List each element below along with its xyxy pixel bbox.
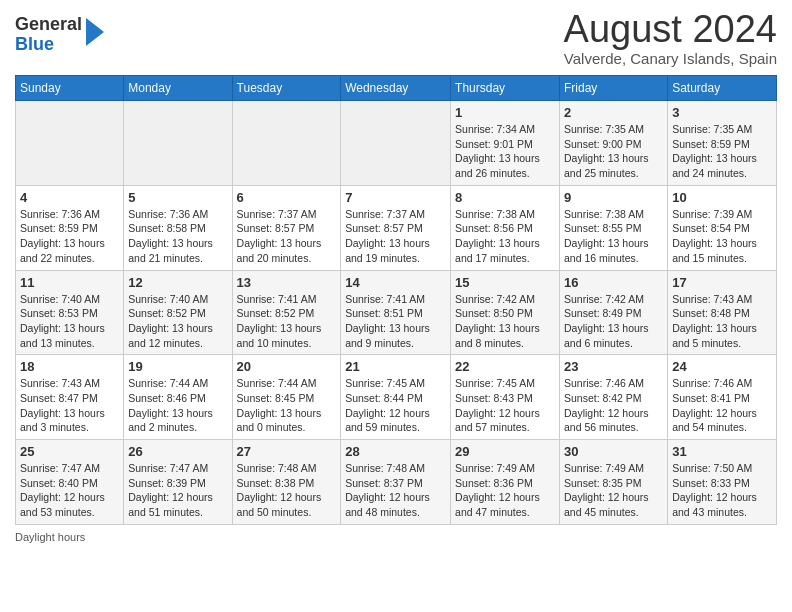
calendar-cell: 8Sunrise: 7:38 AMSunset: 8:56 PMDaylight… — [451, 185, 560, 270]
logo: General Blue — [15, 15, 104, 55]
day-info: Sunrise: 7:38 AMSunset: 8:56 PMDaylight:… — [455, 207, 555, 266]
day-info: Sunrise: 7:40 AMSunset: 8:52 PMDaylight:… — [128, 292, 227, 351]
calendar-week-row: 11Sunrise: 7:40 AMSunset: 8:53 PMDayligh… — [16, 270, 777, 355]
month-title: August 2024 — [564, 10, 777, 48]
day-number: 24 — [672, 359, 772, 374]
svg-marker-0 — [86, 18, 104, 46]
day-number: 3 — [672, 105, 772, 120]
day-number: 27 — [237, 444, 337, 459]
day-number: 22 — [455, 359, 555, 374]
calendar-cell: 27Sunrise: 7:48 AMSunset: 8:38 PMDayligh… — [232, 440, 341, 525]
day-info: Sunrise: 7:46 AMSunset: 8:42 PMDaylight:… — [564, 376, 663, 435]
day-number: 14 — [345, 275, 446, 290]
calendar-week-row: 4Sunrise: 7:36 AMSunset: 8:59 PMDaylight… — [16, 185, 777, 270]
location: Valverde, Canary Islands, Spain — [564, 50, 777, 67]
daylight-hours-label: Daylight hours — [15, 531, 85, 543]
calendar-cell: 18Sunrise: 7:43 AMSunset: 8:47 PMDayligh… — [16, 355, 124, 440]
calendar-cell: 26Sunrise: 7:47 AMSunset: 8:39 PMDayligh… — [124, 440, 232, 525]
calendar-cell: 15Sunrise: 7:42 AMSunset: 8:50 PMDayligh… — [451, 270, 560, 355]
day-info: Sunrise: 7:49 AMSunset: 8:36 PMDaylight:… — [455, 461, 555, 520]
day-number: 30 — [564, 444, 663, 459]
calendar-cell: 13Sunrise: 7:41 AMSunset: 8:52 PMDayligh… — [232, 270, 341, 355]
calendar-cell: 7Sunrise: 7:37 AMSunset: 8:57 PMDaylight… — [341, 185, 451, 270]
day-number: 7 — [345, 190, 446, 205]
calendar-day-header: Wednesday — [341, 76, 451, 101]
day-info: Sunrise: 7:39 AMSunset: 8:54 PMDaylight:… — [672, 207, 772, 266]
day-info: Sunrise: 7:36 AMSunset: 8:59 PMDaylight:… — [20, 207, 119, 266]
day-number: 5 — [128, 190, 227, 205]
day-info: Sunrise: 7:44 AMSunset: 8:45 PMDaylight:… — [237, 376, 337, 435]
calendar-cell: 9Sunrise: 7:38 AMSunset: 8:55 PMDaylight… — [559, 185, 667, 270]
logo-blue: Blue — [15, 34, 54, 54]
calendar-week-row: 18Sunrise: 7:43 AMSunset: 8:47 PMDayligh… — [16, 355, 777, 440]
day-number: 13 — [237, 275, 337, 290]
calendar-cell: 1Sunrise: 7:34 AMSunset: 9:01 PMDaylight… — [451, 101, 560, 186]
day-number: 19 — [128, 359, 227, 374]
day-info: Sunrise: 7:47 AMSunset: 8:40 PMDaylight:… — [20, 461, 119, 520]
calendar-cell: 19Sunrise: 7:44 AMSunset: 8:46 PMDayligh… — [124, 355, 232, 440]
calendar-cell: 5Sunrise: 7:36 AMSunset: 8:58 PMDaylight… — [124, 185, 232, 270]
day-info: Sunrise: 7:43 AMSunset: 8:47 PMDaylight:… — [20, 376, 119, 435]
day-info: Sunrise: 7:48 AMSunset: 8:38 PMDaylight:… — [237, 461, 337, 520]
day-number: 18 — [20, 359, 119, 374]
day-number: 12 — [128, 275, 227, 290]
day-number: 16 — [564, 275, 663, 290]
calendar-cell: 16Sunrise: 7:42 AMSunset: 8:49 PMDayligh… — [559, 270, 667, 355]
calendar-cell: 4Sunrise: 7:36 AMSunset: 8:59 PMDaylight… — [16, 185, 124, 270]
day-number: 29 — [455, 444, 555, 459]
calendar-day-header: Thursday — [451, 76, 560, 101]
calendar-cell: 6Sunrise: 7:37 AMSunset: 8:57 PMDaylight… — [232, 185, 341, 270]
calendar-cell: 3Sunrise: 7:35 AMSunset: 8:59 PMDaylight… — [668, 101, 777, 186]
day-number: 8 — [455, 190, 555, 205]
footer-note: Daylight hours — [15, 531, 777, 543]
day-info: Sunrise: 7:35 AMSunset: 9:00 PMDaylight:… — [564, 122, 663, 181]
calendar-cell: 21Sunrise: 7:45 AMSunset: 8:44 PMDayligh… — [341, 355, 451, 440]
day-info: Sunrise: 7:45 AMSunset: 8:43 PMDaylight:… — [455, 376, 555, 435]
day-number: 23 — [564, 359, 663, 374]
day-number: 2 — [564, 105, 663, 120]
day-info: Sunrise: 7:41 AMSunset: 8:51 PMDaylight:… — [345, 292, 446, 351]
day-info: Sunrise: 7:37 AMSunset: 8:57 PMDaylight:… — [237, 207, 337, 266]
calendar-cell — [232, 101, 341, 186]
calendar-cell: 31Sunrise: 7:50 AMSunset: 8:33 PMDayligh… — [668, 440, 777, 525]
day-number: 6 — [237, 190, 337, 205]
day-info: Sunrise: 7:40 AMSunset: 8:53 PMDaylight:… — [20, 292, 119, 351]
day-info: Sunrise: 7:47 AMSunset: 8:39 PMDaylight:… — [128, 461, 227, 520]
day-info: Sunrise: 7:49 AMSunset: 8:35 PMDaylight:… — [564, 461, 663, 520]
calendar-day-header: Saturday — [668, 76, 777, 101]
page-header: General Blue August 2024 Valverde, Canar… — [15, 10, 777, 67]
day-info: Sunrise: 7:38 AMSunset: 8:55 PMDaylight:… — [564, 207, 663, 266]
calendar-week-row: 1Sunrise: 7:34 AMSunset: 9:01 PMDaylight… — [16, 101, 777, 186]
day-info: Sunrise: 7:35 AMSunset: 8:59 PMDaylight:… — [672, 122, 772, 181]
logo-icon — [84, 18, 104, 46]
day-info: Sunrise: 7:42 AMSunset: 8:50 PMDaylight:… — [455, 292, 555, 351]
calendar-cell: 2Sunrise: 7:35 AMSunset: 9:00 PMDaylight… — [559, 101, 667, 186]
calendar-cell: 25Sunrise: 7:47 AMSunset: 8:40 PMDayligh… — [16, 440, 124, 525]
day-info: Sunrise: 7:42 AMSunset: 8:49 PMDaylight:… — [564, 292, 663, 351]
calendar-day-header: Friday — [559, 76, 667, 101]
day-number: 4 — [20, 190, 119, 205]
calendar-cell — [124, 101, 232, 186]
day-number: 17 — [672, 275, 772, 290]
day-number: 1 — [455, 105, 555, 120]
calendar-cell: 12Sunrise: 7:40 AMSunset: 8:52 PMDayligh… — [124, 270, 232, 355]
day-info: Sunrise: 7:43 AMSunset: 8:48 PMDaylight:… — [672, 292, 772, 351]
calendar-header-row: SundayMondayTuesdayWednesdayThursdayFrid… — [16, 76, 777, 101]
day-info: Sunrise: 7:37 AMSunset: 8:57 PMDaylight:… — [345, 207, 446, 266]
calendar-table: SundayMondayTuesdayWednesdayThursdayFrid… — [15, 75, 777, 525]
calendar-cell — [16, 101, 124, 186]
day-info: Sunrise: 7:45 AMSunset: 8:44 PMDaylight:… — [345, 376, 446, 435]
day-number: 28 — [345, 444, 446, 459]
calendar-cell: 30Sunrise: 7:49 AMSunset: 8:35 PMDayligh… — [559, 440, 667, 525]
calendar-week-row: 25Sunrise: 7:47 AMSunset: 8:40 PMDayligh… — [16, 440, 777, 525]
day-number: 11 — [20, 275, 119, 290]
calendar-cell: 17Sunrise: 7:43 AMSunset: 8:48 PMDayligh… — [668, 270, 777, 355]
day-number: 26 — [128, 444, 227, 459]
day-info: Sunrise: 7:41 AMSunset: 8:52 PMDaylight:… — [237, 292, 337, 351]
calendar-day-header: Monday — [124, 76, 232, 101]
day-number: 20 — [237, 359, 337, 374]
calendar-cell: 22Sunrise: 7:45 AMSunset: 8:43 PMDayligh… — [451, 355, 560, 440]
day-info: Sunrise: 7:50 AMSunset: 8:33 PMDaylight:… — [672, 461, 772, 520]
calendar-day-header: Tuesday — [232, 76, 341, 101]
calendar-cell: 20Sunrise: 7:44 AMSunset: 8:45 PMDayligh… — [232, 355, 341, 440]
